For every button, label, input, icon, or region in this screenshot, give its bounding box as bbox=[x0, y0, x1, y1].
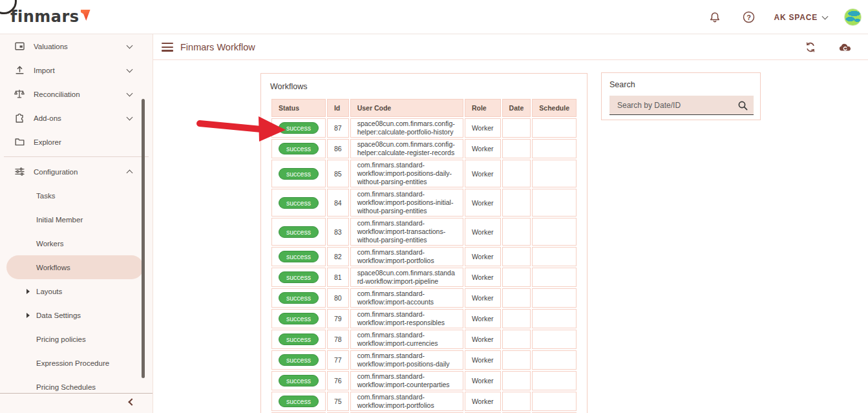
content-header: Finmars Workflow bbox=[153, 34, 868, 60]
expand-arrow-icon[interactable] bbox=[26, 289, 30, 294]
sidebar-scrollbar[interactable] bbox=[142, 99, 145, 378]
sidebar-collapse-icon[interactable] bbox=[128, 398, 135, 405]
workflow-row[interactable]: success82com.finmars.standard-workflow:i… bbox=[271, 247, 577, 266]
sidebar-item-configuration-group: Configuration bbox=[0, 160, 153, 184]
workflow-status-cell: success bbox=[271, 139, 326, 158]
workflow-usercode-cell: com.finmars.standard-workflow:import-por… bbox=[350, 392, 463, 411]
status-badge: success bbox=[279, 226, 319, 238]
workflow-usercode-cell: com.finmars.standard-workflow:import-pos… bbox=[350, 160, 463, 187]
workflow-role-cell: Worker bbox=[465, 309, 501, 328]
workflow-row[interactable]: success76com.finmars.standard-workflow:i… bbox=[271, 371, 577, 390]
menu-hamburger-icon[interactable] bbox=[162, 43, 173, 52]
sidebar-item-explorer[interactable]: Explorer bbox=[0, 130, 153, 154]
column-header-date: Date bbox=[502, 99, 531, 117]
workflow-schedule-cell bbox=[532, 218, 577, 246]
workflow-schedule-cell bbox=[532, 392, 577, 411]
sidebar-item-data-settings[interactable]: Data Settings bbox=[0, 303, 153, 327]
search-icon[interactable] bbox=[737, 100, 748, 111]
workflow-date-cell bbox=[502, 288, 531, 308]
workflow-row[interactable]: success78com.finmars.standard-workflow:i… bbox=[271, 330, 577, 349]
workflow-usercode-cell: com.finmars.standard-workflow:import-pos… bbox=[350, 189, 463, 217]
sidebar-item-label: Layouts bbox=[36, 288, 62, 295]
sidebar-item-layouts[interactable]: Layouts bbox=[0, 279, 153, 303]
workflow-role-cell: Worker bbox=[465, 330, 501, 349]
finmars-logo[interactable]: finmars bbox=[10, 8, 90, 26]
notification-bell-icon[interactable] bbox=[706, 9, 723, 26]
workflow-id-cell: 86 bbox=[327, 139, 349, 158]
workflow-usercode-cell: space08cun.com.finmars.standard-workflow… bbox=[350, 268, 463, 287]
reconciliation-icon bbox=[14, 89, 25, 100]
workflow-id-cell: 85 bbox=[327, 160, 349, 187]
sidebar-item-label: Valuations bbox=[34, 43, 68, 50]
workflow-usercode-cell: space08cun.com.finmars.config-helper:cal… bbox=[350, 118, 463, 138]
status-badge: success bbox=[279, 354, 319, 366]
sidebar-main-items: ValuationsImportReconciliationAdd-onsExp… bbox=[0, 34, 153, 154]
sidebar-footer bbox=[0, 393, 153, 413]
workflow-id-cell: 83 bbox=[327, 218, 349, 246]
sidebar-configuration-subitems: TasksInitial MemberWorkersWorkflowsLayou… bbox=[0, 184, 153, 399]
workflow-date-cell bbox=[502, 160, 531, 187]
sidebar-item-configuration[interactable]: Configuration bbox=[0, 160, 153, 184]
sidebar-item-add-ons[interactable]: Add-ons bbox=[0, 106, 153, 130]
sidebar-item-label: Initial Member bbox=[36, 216, 83, 224]
workflow-role-cell: Worker bbox=[465, 218, 501, 246]
workflow-role-cell: Worker bbox=[465, 247, 501, 266]
workflow-schedule-cell bbox=[532, 350, 577, 370]
sidebar-item-valuations[interactable]: Valuations bbox=[0, 34, 153, 58]
workflow-row[interactable]: success83com.finmars.standard-workflow:i… bbox=[271, 218, 577, 246]
cloud-sync-icon[interactable] bbox=[837, 39, 854, 56]
search-input[interactable] bbox=[609, 96, 754, 114]
workflow-row[interactable]: success81space08cun.com.finmars.standard… bbox=[271, 268, 577, 287]
workflow-id-cell: 84 bbox=[327, 189, 349, 217]
workflow-status-cell: success bbox=[271, 288, 326, 308]
workflow-status-cell: success bbox=[271, 309, 326, 328]
sidebar-item-import[interactable]: Import bbox=[0, 58, 153, 82]
workflow-id-cell: 80 bbox=[327, 288, 349, 308]
workflow-usercode-cell: com.finmars.standard-workflow:import-res… bbox=[350, 309, 463, 328]
workspace-selector[interactable]: AK SPACE bbox=[774, 13, 827, 22]
workflow-row[interactable]: success85com.finmars.standard-workflow:i… bbox=[271, 160, 577, 187]
column-header-status: Status bbox=[271, 99, 326, 117]
sidebar-item-label: Reconciliation bbox=[34, 90, 80, 98]
status-badge: success bbox=[279, 251, 319, 262]
workflow-schedule-cell bbox=[532, 189, 577, 217]
chevron-down-icon bbox=[127, 66, 133, 72]
workflow-date-cell bbox=[502, 139, 531, 158]
workflow-schedule-cell bbox=[532, 118, 577, 138]
workflow-row[interactable]: success79com.finmars.standard-workflow:i… bbox=[271, 309, 577, 328]
sidebar-item-reconciliation[interactable]: Reconciliation bbox=[0, 82, 153, 106]
chevron-down-icon bbox=[127, 42, 133, 48]
sidebar-item-workflows[interactable]: Workflows bbox=[0, 255, 153, 279]
workflow-role-cell: Worker bbox=[465, 268, 501, 287]
workflow-usercode-cell: com.finmars.standard-workflow:import-cur… bbox=[350, 330, 463, 349]
refresh-icon[interactable] bbox=[802, 39, 819, 56]
workflow-status-cell: success bbox=[271, 392, 326, 411]
workflow-role-cell: Worker bbox=[465, 118, 501, 138]
sidebar-item-expression-procedure[interactable]: Expression Procedure bbox=[0, 351, 153, 375]
addons-icon bbox=[14, 112, 25, 124]
workflow-row[interactable]: success80com.finmars.standard-workflow:i… bbox=[271, 288, 577, 308]
help-icon[interactable]: ? bbox=[740, 9, 757, 26]
workflow-id-cell: 81 bbox=[327, 268, 349, 287]
workflow-date-cell bbox=[502, 218, 531, 246]
workflow-row[interactable]: success87space08cun.com.finmars.config-h… bbox=[271, 118, 577, 138]
sidebar-item-label: Explorer bbox=[34, 138, 61, 146]
workflow-row[interactable]: success75com.finmars.standard-workflow:i… bbox=[271, 392, 577, 411]
top-bar: finmars ? AK SPACE bbox=[0, 0, 868, 34]
workflow-role-cell: Worker bbox=[465, 139, 501, 158]
sidebar-item-label: Data Settings bbox=[36, 312, 81, 319]
search-field bbox=[609, 96, 754, 115]
workflow-row[interactable]: success84com.finmars.standard-workflow:i… bbox=[271, 189, 577, 217]
sidebar-item-workers[interactable]: Workers bbox=[0, 231, 153, 255]
workflow-date-cell bbox=[502, 118, 531, 138]
sidebar-item-tasks[interactable]: Tasks bbox=[0, 184, 153, 207]
workflow-id-cell: 79 bbox=[327, 309, 349, 328]
sidebar-item-pricing-policies[interactable]: Pricing policies bbox=[0, 327, 153, 351]
workflow-row[interactable]: success77com.finmars.standard-workflow:i… bbox=[271, 350, 577, 370]
user-avatar[interactable] bbox=[844, 8, 862, 26]
workflow-row[interactable]: success86space08cun.com.finmars.config-h… bbox=[271, 139, 577, 158]
sidebar-item-initial-member[interactable]: Initial Member bbox=[0, 207, 153, 231]
workflow-status-cell: success bbox=[271, 371, 326, 390]
expand-arrow-icon[interactable] bbox=[26, 313, 30, 318]
status-badge: success bbox=[279, 143, 319, 154]
